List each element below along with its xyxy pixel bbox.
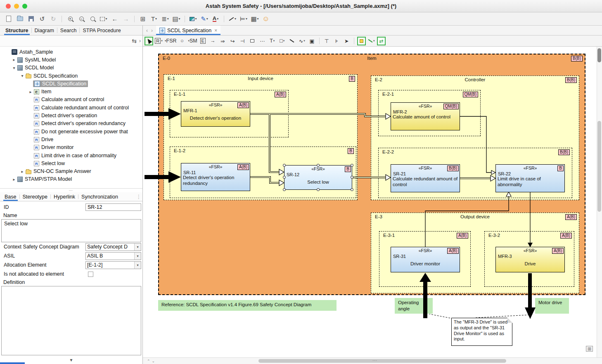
doc-tab-scdl-specification[interactable]: SCDL Specification × xyxy=(156,26,220,35)
color-line-tool[interactable]: ▾ xyxy=(367,37,376,45)
connector-style-dropdown[interactable]: ⊨▾ xyxy=(239,14,248,24)
sort-toggle-icon[interactable]: ⇆ xyxy=(132,38,137,44)
tab-diagram[interactable]: Diagram xyxy=(32,26,57,35)
block-mfr1[interactable]: «FSR» A(B) MFR-1 Detect driver's operati… xyxy=(181,101,250,127)
redo-icon[interactable]: ↻ xyxy=(49,14,58,24)
line-style-dropdown[interactable]: ▾ xyxy=(228,14,237,24)
pin-icon[interactable]: ➤ xyxy=(342,37,351,45)
block-sr12-selected[interactable]: «FSR» B SR-12 Select low xyxy=(284,165,352,190)
tree-item-project[interactable]: Astah_Sample xyxy=(0,48,142,56)
tree-item-stamp-stpa[interactable]: ▸STAMP/STPA Model xyxy=(0,175,142,183)
highlight-tool[interactable] xyxy=(357,37,366,45)
definition-field[interactable] xyxy=(1,286,141,355)
event-tool[interactable]: E xyxy=(199,37,207,45)
align-middle-icon[interactable]: ⊧ xyxy=(332,37,341,45)
tree-item-scdl-model[interactable]: ▾SCDL Model xyxy=(0,64,142,72)
motor-drive-label[interactable]: Motor drive xyxy=(535,298,569,314)
more-options-icon[interactable]: ⋮ xyxy=(136,194,142,200)
line-color-dropdown[interactable]: ✎▾ xyxy=(200,14,209,24)
table-icon[interactable]: ⊞ xyxy=(138,14,147,24)
tab-scroll-left-icon[interactable]: ‹ xyxy=(146,28,148,33)
back-icon[interactable]: ← xyxy=(110,14,119,24)
chevron-right-icon[interactable]: ▸ xyxy=(28,90,33,94)
fill-color-dropdown[interactable]: ▾ xyxy=(189,14,198,24)
tree-item-scdl-spec-diagram[interactable]: SCDL Specification xyxy=(0,80,142,87)
undo-icon[interactable]: ↺ xyxy=(38,14,47,24)
chevron-down-icon[interactable]: ▾ xyxy=(12,66,17,70)
save-icon[interactable] xyxy=(26,14,36,24)
selection-handle[interactable] xyxy=(351,176,353,179)
selection-mode-dropdown[interactable]: ▾ xyxy=(99,14,108,24)
block-mfr3[interactable]: «FSR» A(B) MFR-3 Drive xyxy=(495,247,565,272)
block-sr31[interactable]: «FSR» A(B) SR-31 Driver monitor xyxy=(391,247,460,272)
selection-handle[interactable] xyxy=(317,164,320,167)
name-field[interactable]: Select low xyxy=(1,219,141,242)
close-window-button[interactable] xyxy=(6,4,11,9)
fsr-tool[interactable]: ▾FSR xyxy=(164,37,177,45)
selection-handle[interactable] xyxy=(283,164,286,167)
zoom-in-icon[interactable]: + xyxy=(66,14,75,24)
align-dropdown[interactable]: ≣▾ xyxy=(161,14,170,24)
scroll-down-icon[interactable]: ⌄ xyxy=(152,359,157,363)
tree-item-req[interactable]: RCalculate amount of control xyxy=(0,96,142,104)
chevron-down-icon[interactable]: ▾ xyxy=(20,73,25,78)
operating-angle-label[interactable]: Operating angle xyxy=(395,298,433,314)
zoom-window-button[interactable] xyxy=(22,4,27,9)
font-color-dropdown[interactable]: A▾ xyxy=(211,14,220,24)
reference-note[interactable]: Reference: SCDL Specification v1.4 Figur… xyxy=(158,300,337,311)
horizontal-scrollbar[interactable]: ⌃⌄ ⋯ xyxy=(143,357,602,364)
tree-item-req[interactable]: RDo not generate excessive power that xyxy=(0,128,142,135)
id-field[interactable] xyxy=(85,203,141,211)
block-sr21[interactable]: «FSR» B(B) SR-21 Calculate redundant amo… xyxy=(391,164,460,192)
scroll-up-icon[interactable]: ⌃ xyxy=(147,359,152,363)
requirement-tool[interactable]: R▾ xyxy=(154,37,163,45)
tree-item-req[interactable]: RSelect low xyxy=(0,159,142,167)
thick-arrow-tool[interactable]: ⇒ xyxy=(218,37,227,45)
tree-item-scdl-spec-folder[interactable]: ▾SCDL Specification xyxy=(0,72,142,80)
tree-item-req[interactable]: RDrive xyxy=(0,135,142,143)
horizontal-scrollbar-thumb[interactable] xyxy=(258,359,506,363)
ellipse-tool[interactable]: ○ xyxy=(178,37,187,45)
tree-item-req[interactable]: RDetect driver's operation xyxy=(0,111,142,119)
dotted-line-tool[interactable]: ⋯ xyxy=(258,37,267,45)
curve-connector-tool[interactable]: ↪ xyxy=(228,37,237,45)
tree-item-req[interactable]: RLimit drive in case of abnormality xyxy=(0,151,142,159)
layout-dropdown[interactable]: ▦▾ xyxy=(250,14,259,24)
tree-item-scn-oc[interactable]: ▸SCN-OC Sample Answer xyxy=(0,167,142,175)
vertical-scrollbar-thumb-top[interactable] xyxy=(597,48,601,62)
tree-item-req[interactable]: RCalculate redundant amount of control xyxy=(0,104,142,111)
rect-tool[interactable]: □▾ xyxy=(278,37,287,45)
context-diagram-select[interactable]: Safety Concept D▾ xyxy=(85,243,141,251)
asil-select[interactable]: ASIL B▾ xyxy=(85,252,141,260)
stamp-smiley-icon[interactable]: ☺ xyxy=(261,14,270,24)
chevron-right-icon[interactable]: ▸ xyxy=(12,177,17,182)
new-file-icon[interactable] xyxy=(4,14,13,24)
collapse-panel-icon[interactable]: › xyxy=(139,38,141,44)
expand-down-icon[interactable]: ▼ xyxy=(69,358,73,362)
tab-base[interactable]: Base xyxy=(2,192,19,201)
freehand-tool[interactable]: ∿▾ xyxy=(298,37,306,45)
close-tab-icon[interactable]: × xyxy=(214,28,217,33)
tab-scroll-right-icon[interactable]: › xyxy=(151,28,153,33)
vertical-scrollbar-thumb[interactable] xyxy=(597,121,601,212)
tree-item-item[interactable]: ▸EItem xyxy=(0,87,142,95)
swap-direction-tool[interactable]: ⇄ xyxy=(377,37,386,45)
arrow-tool[interactable]: → xyxy=(209,37,217,45)
tree-item-req[interactable]: RDriver monitor xyxy=(0,144,142,151)
image-tool[interactable]: ▣ xyxy=(308,37,316,45)
sm-tool[interactable]: ▾SM xyxy=(188,37,197,45)
minimize-window-button[interactable] xyxy=(14,4,19,9)
note-tool[interactable] xyxy=(248,37,257,45)
open-file-icon[interactable] xyxy=(15,14,24,24)
line-tool[interactable] xyxy=(288,37,296,45)
text-tool[interactable]: T▾ xyxy=(268,37,277,45)
forward-icon[interactable]: → xyxy=(121,14,130,24)
selection-handle[interactable] xyxy=(283,188,286,191)
tab-stpa-procedure[interactable]: STPA Procedure xyxy=(80,26,123,35)
selection-handle[interactable] xyxy=(283,176,286,179)
chevron-right-icon[interactable]: ▸ xyxy=(12,57,17,62)
allocation-element-select[interactable]: [E-1-2]▾ xyxy=(85,261,141,269)
chevron-right-icon[interactable]: ▸ xyxy=(20,169,25,174)
block-sr22[interactable]: «FSR» B SR-22 Limit drive in case of abn… xyxy=(495,164,565,192)
selection-handle[interactable] xyxy=(317,188,320,191)
